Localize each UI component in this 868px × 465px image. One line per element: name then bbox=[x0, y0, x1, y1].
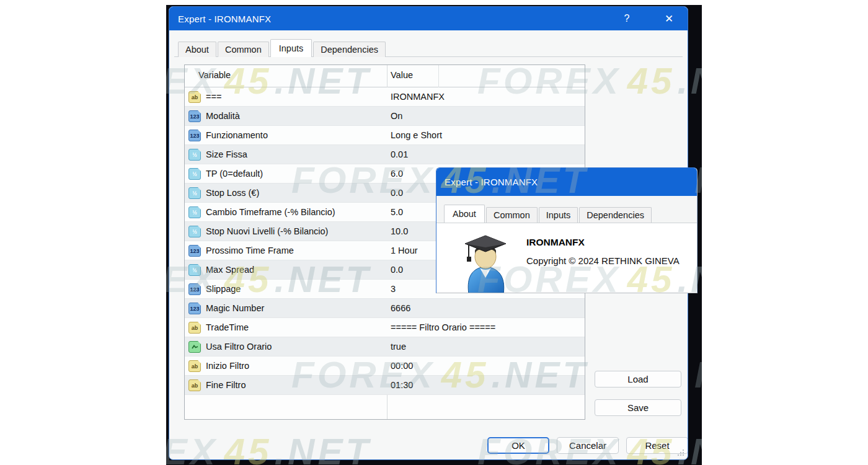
table-row[interactable]: 123FunzionamentoLong e Short bbox=[185, 126, 585, 145]
string-param-icon: ab bbox=[188, 322, 201, 334]
param-value[interactable]: 1 Hour bbox=[391, 246, 418, 255]
watermark-text: FOREX45.NET bbox=[694, 353, 702, 396]
param-name: Stop Loss (€) bbox=[206, 188, 259, 198]
param-name: Funzionamento bbox=[206, 130, 268, 140]
param-value[interactable]: 0.0 bbox=[391, 265, 403, 275]
param-value[interactable]: On bbox=[391, 111, 402, 121]
param-name: Modalità bbox=[206, 111, 240, 121]
help-icon[interactable]: ? bbox=[613, 7, 640, 30]
tab-about[interactable]: About bbox=[178, 42, 216, 57]
table-row[interactable]: Usa Filtro Orariotrue bbox=[185, 337, 585, 356]
copyright-text: Copyright © 2024 RETHINK GINEVA bbox=[526, 255, 680, 266]
param-name: Magic Number bbox=[206, 303, 264, 313]
about-content: IRONMANFX Copyright © 2024 RETHINK GINEV… bbox=[436, 223, 697, 293]
param-name: Size Fissa bbox=[206, 149, 247, 159]
double-param-icon: ½ bbox=[188, 168, 201, 180]
table-row[interactable]: abInizio Filtro00:00 bbox=[185, 356, 585, 376]
double-param-icon: ½ bbox=[188, 226, 201, 237]
resize-grip-icon[interactable] bbox=[677, 449, 684, 456]
table-row[interactable]: abTradeTime===== Filtro Orario ===== bbox=[185, 318, 585, 337]
about-tabstrip: AboutCommonInputsDependencies bbox=[444, 205, 653, 223]
param-value[interactable]: 6666 bbox=[391, 303, 410, 313]
string-param-icon: ab bbox=[188, 360, 201, 372]
main-tabstrip: AboutCommonInputsDependencies bbox=[178, 39, 387, 57]
expert-about-dialog: Expert - IRONMANFX AboutCommonInputsDepe… bbox=[436, 167, 698, 293]
bool-param-icon bbox=[188, 341, 201, 353]
param-name: Usa Filtro Orario bbox=[206, 342, 272, 352]
param-value[interactable]: 5.0 bbox=[391, 207, 403, 217]
save-button[interactable]: Save bbox=[595, 399, 681, 416]
tab-common[interactable]: Common bbox=[486, 207, 538, 223]
param-name: TP (0=default) bbox=[206, 169, 263, 179]
about-titlebar[interactable]: Expert - IRONMANFX bbox=[436, 168, 697, 196]
param-name: === bbox=[206, 92, 221, 102]
integer-param-icon: 123 bbox=[188, 303, 201, 314]
param-name: TradeTime bbox=[206, 322, 249, 332]
tab-dependencies[interactable]: Dependencies bbox=[579, 207, 652, 223]
double-param-icon: ½ bbox=[188, 206, 201, 218]
double-param-icon: ½ bbox=[188, 264, 201, 276]
double-param-icon: ½ bbox=[188, 149, 201, 161]
param-value[interactable]: true bbox=[391, 342, 406, 352]
product-name: IRONMANFX bbox=[526, 237, 585, 248]
param-value[interactable]: 10.0 bbox=[391, 226, 408, 236]
param-value[interactable]: 3 bbox=[391, 284, 396, 294]
param-name: Max Spread bbox=[206, 265, 254, 275]
main-window-title: Expert - IRONMANFX bbox=[169, 14, 271, 24]
param-value[interactable]: 6.0 bbox=[391, 169, 403, 179]
table-row[interactable]: ab===IRONMANFX bbox=[185, 87, 585, 107]
param-value[interactable]: Long e Short bbox=[391, 130, 442, 140]
load-button[interactable]: Load bbox=[595, 371, 681, 388]
integer-param-icon: 123 bbox=[188, 283, 201, 295]
watermark-text: FOREX45.NET bbox=[694, 5, 702, 8]
about-window-title: Expert - IRONMANFX bbox=[436, 177, 538, 187]
param-value[interactable]: 0.01 bbox=[391, 149, 408, 159]
tab-common[interactable]: Common bbox=[218, 42, 269, 57]
table-row[interactable]: abFine Filtro01:30 bbox=[185, 376, 585, 395]
close-icon[interactable]: ✕ bbox=[655, 7, 683, 30]
ok-button[interactable]: OK bbox=[487, 437, 549, 454]
screenshot-frame: Expert - IRONMANFX ? ✕ AboutCommonInputs… bbox=[166, 5, 702, 465]
param-name: Slippage bbox=[206, 284, 241, 294]
tab-inputs[interactable]: Inputs bbox=[539, 207, 578, 223]
param-name: Stop Nuovi Livelli (-% Bilancio) bbox=[206, 226, 328, 236]
param-value[interactable]: 00:00 bbox=[391, 361, 413, 371]
column-header-variable[interactable]: Variable bbox=[198, 70, 231, 80]
tab-inputs[interactable]: Inputs bbox=[270, 39, 312, 57]
integer-param-icon: 123 bbox=[188, 245, 201, 257]
param-value[interactable]: ===== Filtro Orario ===== bbox=[391, 322, 495, 332]
table-row[interactable]: 123Magic Number6666 bbox=[185, 299, 585, 318]
integer-param-icon: 123 bbox=[188, 130, 201, 141]
param-value[interactable]: 0.0 bbox=[391, 188, 403, 198]
double-param-icon: ½ bbox=[188, 187, 201, 199]
param-name: Cambio Timeframe (-% Bilancio) bbox=[206, 207, 335, 217]
graduate-avatar-icon bbox=[461, 232, 510, 293]
param-name: Prossimo Time Frame bbox=[206, 246, 294, 255]
param-name: Inizio Filtro bbox=[206, 361, 249, 371]
string-param-icon: ab bbox=[188, 379, 201, 391]
tab-about[interactable]: About bbox=[444, 205, 485, 223]
table-row[interactable]: ½Size Fissa0.01 bbox=[185, 145, 585, 164]
integer-param-icon: 123 bbox=[188, 110, 201, 122]
tab-dependencies[interactable]: Dependencies bbox=[313, 42, 386, 57]
string-param-icon: ab bbox=[188, 91, 201, 103]
column-header-value[interactable]: Value bbox=[391, 70, 413, 80]
param-value[interactable]: IRONMANFX bbox=[391, 92, 445, 102]
main-titlebar[interactable]: Expert - IRONMANFX ? ✕ bbox=[169, 7, 688, 30]
cancel-button[interactable]: Cancelar bbox=[557, 437, 619, 454]
param-value[interactable]: 01:30 bbox=[391, 380, 413, 390]
table-header: Variable Value bbox=[185, 65, 585, 87]
header-divider bbox=[438, 65, 439, 87]
param-name: Fine Filtro bbox=[206, 380, 246, 390]
table-row[interactable]: 123ModalitàOn bbox=[185, 107, 585, 126]
